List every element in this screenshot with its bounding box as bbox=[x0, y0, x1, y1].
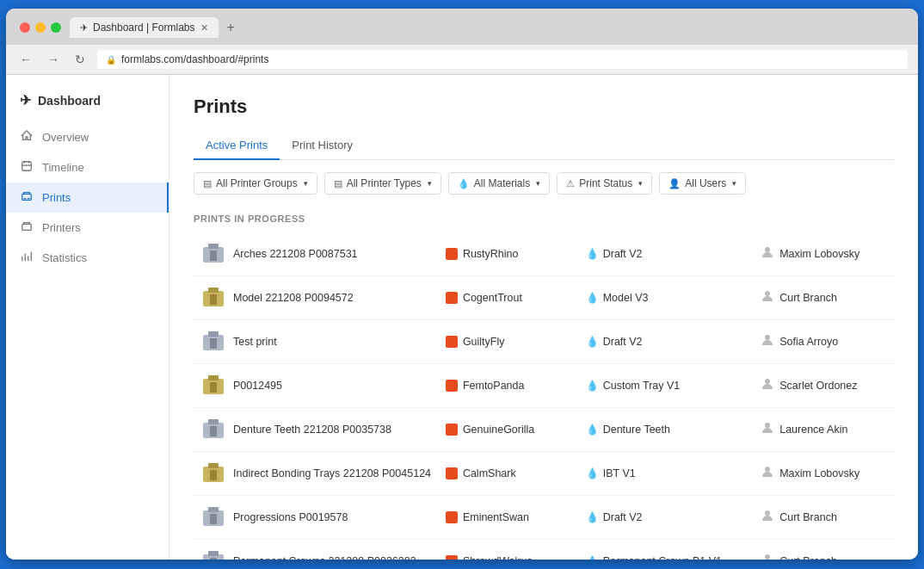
filter-all-users[interactable]: 👤All Users▾ bbox=[659, 172, 746, 195]
table-row: P0012495 FemtoPanda 💧 Custom Tray V1 bbox=[194, 364, 894, 408]
printer-color bbox=[446, 248, 458, 260]
user-cell: Maxim Lobovsky bbox=[761, 245, 887, 263]
tabs-row: Active Prints Print History bbox=[194, 132, 894, 160]
filter-print-status[interactable]: ⚠Print Status▾ bbox=[557, 172, 652, 195]
dropdown-icon: ▾ bbox=[732, 179, 736, 188]
svg-rect-24 bbox=[208, 463, 219, 468]
close-button[interactable] bbox=[20, 22, 30, 33]
svg-rect-20 bbox=[208, 419, 219, 424]
printer-thumbnail bbox=[200, 285, 226, 311]
table-row: Progressions P0019578 EminentSwan 💧 Draf… bbox=[194, 496, 894, 540]
svg-rect-0 bbox=[22, 162, 32, 171]
prints-icon bbox=[20, 190, 34, 205]
filter-materials[interactable]: 💧All Materials▾ bbox=[448, 172, 550, 195]
printer-color bbox=[446, 292, 458, 304]
svg-rect-21 bbox=[210, 426, 217, 436]
svg-rect-16 bbox=[208, 375, 219, 380]
printer-thumbnail bbox=[200, 548, 226, 560]
svg-point-34 bbox=[765, 554, 770, 560]
filter-printer-groups[interactable]: ▤All Printer Groups▾ bbox=[194, 172, 317, 195]
filters-row: ▤All Printer Groups▾▤All Printer Types▾💧… bbox=[194, 172, 894, 195]
material-name: Custom Tray V1 bbox=[603, 380, 681, 392]
back-button[interactable]: ← bbox=[16, 51, 35, 68]
sidebar-item-label: Timeline bbox=[42, 161, 84, 174]
sidebar-item-prints[interactable]: Prints bbox=[6, 182, 169, 213]
minimize-button[interactable] bbox=[35, 22, 46, 33]
user-cell: Curt Branch bbox=[761, 553, 887, 560]
user-name: Curt Branch bbox=[779, 555, 837, 560]
printer-name-cell: GenuineGorilla bbox=[446, 424, 572, 436]
printer-color bbox=[446, 336, 458, 348]
filter-label: All Printer Types bbox=[347, 177, 422, 189]
svg-rect-5 bbox=[210, 250, 217, 261]
printer-name-cell: CalmShark bbox=[446, 467, 572, 479]
material-icon: 💧 bbox=[586, 248, 599, 260]
maximize-button[interactable] bbox=[51, 22, 61, 33]
svg-point-22 bbox=[765, 423, 770, 428]
user-avatar bbox=[761, 465, 774, 482]
material-cell: 💧 Custom Tray V1 bbox=[586, 380, 748, 392]
filter-icon: ▤ bbox=[334, 178, 342, 189]
dropdown-icon: ▾ bbox=[638, 179, 643, 188]
printer-name: CogentTrout bbox=[463, 292, 522, 304]
printer-thumbnail bbox=[200, 329, 226, 355]
table-row: Arches 221208 P0087531 RustyRhino 💧 Draf… bbox=[194, 232, 894, 276]
sidebar-item-label: Overview bbox=[42, 131, 89, 144]
svg-rect-12 bbox=[208, 331, 219, 337]
filter-printer-types[interactable]: ▤All Printer Types▾ bbox=[324, 172, 441, 195]
svg-point-6 bbox=[765, 247, 770, 252]
user-avatar bbox=[761, 333, 774, 350]
material-name: Model V3 bbox=[603, 292, 649, 304]
material-cell: 💧 Model V3 bbox=[586, 292, 748, 304]
browser-tab[interactable]: ✈ Dashboard | Formlabs ✕ bbox=[70, 17, 219, 38]
printer-color bbox=[446, 555, 458, 560]
overview-icon bbox=[20, 130, 34, 145]
tab-title: Dashboard | Formlabs bbox=[93, 22, 195, 34]
forward-button[interactable]: → bbox=[44, 51, 63, 68]
refresh-button[interactable]: ↻ bbox=[71, 51, 89, 68]
user-name: Maxim Lobovsky bbox=[779, 467, 859, 479]
new-tab-button[interactable]: + bbox=[222, 18, 240, 37]
printer-color bbox=[446, 511, 458, 523]
user-cell: Maxim Lobovsky bbox=[761, 465, 887, 482]
printer-color bbox=[446, 380, 458, 392]
material-icon: 💧 bbox=[586, 380, 599, 392]
user-cell: Curt Branch bbox=[761, 289, 887, 306]
svg-point-18 bbox=[765, 379, 770, 384]
table-row: Denture Teeth 221208 P0035738 GenuineGor… bbox=[194, 408, 894, 452]
svg-point-26 bbox=[765, 467, 770, 472]
dropdown-icon: ▾ bbox=[428, 179, 432, 188]
sidebar-item-label: Statistics bbox=[42, 251, 87, 264]
sidebar: ✈ Dashboard Overview Timeline Prints Pri… bbox=[6, 75, 169, 560]
print-name: Arches 221208 P0087531 bbox=[233, 248, 358, 260]
filter-icon: ▤ bbox=[203, 178, 212, 189]
printer-name: RustyRhino bbox=[463, 248, 519, 260]
table-row: Test print GuiltyFly 💧 Draft V2 bbox=[194, 320, 894, 364]
user-name: Curt Branch bbox=[779, 292, 837, 304]
print-name-cell: Test print bbox=[200, 329, 432, 355]
filter-icon: ⚠ bbox=[566, 178, 575, 189]
tab-print-history[interactable]: Print History bbox=[280, 132, 365, 160]
sidebar-item-printers[interactable]: Printers bbox=[6, 213, 169, 243]
sidebar-item-statistics[interactable]: Statistics bbox=[6, 243, 169, 273]
printer-thumbnail bbox=[200, 417, 226, 442]
tab-active-prints[interactable]: Active Prints bbox=[194, 132, 280, 160]
printer-name-cell: GuiltyFly bbox=[446, 336, 572, 348]
print-name-cell: Arches 221208 P0087531 bbox=[200, 241, 432, 267]
tab-close-button[interactable]: ✕ bbox=[200, 22, 208, 34]
sidebar-item-overview[interactable]: Overview bbox=[6, 122, 169, 152]
print-name-cell: Permanent Crowns 221209 P0036283 bbox=[200, 548, 432, 560]
user-avatar bbox=[761, 289, 774, 306]
user-name: Sofia Arroyo bbox=[779, 336, 838, 348]
print-name-cell: P0012495 bbox=[200, 373, 432, 399]
material-cell: 💧 Draft V2 bbox=[586, 511, 748, 523]
print-name: Progressions P0019578 bbox=[233, 511, 348, 523]
print-name-cell: Indirect Bonding Trays 221208 P0045124 bbox=[200, 461, 432, 486]
printers-icon bbox=[20, 220, 34, 235]
user-cell: Sofia Arroyo bbox=[761, 333, 887, 350]
print-name-cell: Model 221208 P0094572 bbox=[200, 285, 432, 311]
sidebar-item-timeline[interactable]: Timeline bbox=[6, 152, 169, 182]
user-avatar bbox=[761, 377, 774, 394]
address-bar[interactable]: 🔒 formlabs.com/dashboard/#prints bbox=[97, 50, 908, 69]
printer-name-cell: FemtoPanda bbox=[446, 380, 572, 392]
